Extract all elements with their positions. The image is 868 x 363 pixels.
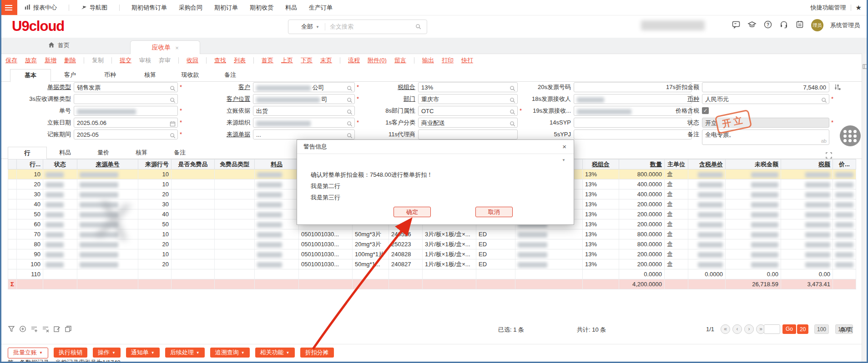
field-20[interactable]: 7,548.00 xyxy=(702,82,829,92)
cell[interactable] xyxy=(726,249,781,259)
cell[interactable]: 盒 xyxy=(665,209,688,219)
delete-row-icon[interactable] xyxy=(42,325,49,333)
cell[interactable] xyxy=(781,249,833,259)
col-header-4[interactable]: 来源行号 xyxy=(138,159,172,169)
cell[interactable] xyxy=(781,209,833,219)
form-tab-4[interactable]: 现收款 xyxy=(170,69,210,81)
cell[interactable] xyxy=(833,169,856,179)
toolbar-收回[interactable]: 收回 xyxy=(187,56,198,65)
cell[interactable] xyxy=(688,249,726,259)
col-header-18[interactable]: 未税金额 xyxy=(726,159,781,169)
cell[interactable] xyxy=(833,259,856,269)
cell[interactable] xyxy=(726,189,781,199)
cell[interactable] xyxy=(726,219,781,229)
form-tab-1[interactable]: 客户 xyxy=(50,69,90,81)
cell[interactable]: 0501001030... xyxy=(299,239,353,249)
insert-row-icon[interactable] xyxy=(30,325,38,333)
lookup-icon[interactable] xyxy=(821,96,827,104)
cell[interactable]: 50 xyxy=(138,219,172,229)
field-1[interactable] xyxy=(74,94,178,104)
page-size-20[interactable]: 20 xyxy=(797,324,808,334)
cell[interactable] xyxy=(255,179,299,189)
floating-drag-handle[interactable] xyxy=(840,125,861,146)
cell[interactable]: 110 xyxy=(17,269,43,279)
cell[interactable] xyxy=(255,219,299,229)
cell[interactable]: 800.0000 xyxy=(619,169,665,179)
cell[interactable] xyxy=(515,249,583,259)
notes-icon[interactable] xyxy=(795,20,804,30)
hamburger-menu-button[interactable] xyxy=(0,0,17,15)
cell[interactable]: 1片/板×1板/盒×... xyxy=(423,249,476,259)
cell[interactable] xyxy=(833,229,856,239)
cell[interactable] xyxy=(833,199,856,209)
cell[interactable] xyxy=(255,259,299,269)
cell[interactable] xyxy=(8,199,17,209)
cell[interactable] xyxy=(665,269,688,279)
field-0[interactable]: 销售发票 xyxy=(74,82,178,92)
cell[interactable] xyxy=(172,239,215,249)
cell[interactable] xyxy=(172,209,215,219)
cell[interactable]: 20 xyxy=(138,189,172,199)
cell[interactable] xyxy=(215,199,255,209)
action-操作[interactable]: 操作▼ xyxy=(93,348,121,358)
cell[interactable] xyxy=(833,249,856,259)
cell[interactable]: 200.0000 xyxy=(619,219,665,229)
cell[interactable]: 90 xyxy=(17,249,43,259)
action-相关功能[interactable]: 相关功能▼ xyxy=(255,348,295,358)
confirm-button[interactable]: 确定 xyxy=(394,207,431,217)
cell[interactable] xyxy=(172,189,215,199)
cell[interactable]: 200.0000 xyxy=(619,249,665,259)
cell[interactable]: 100 xyxy=(17,259,43,269)
cell[interactable]: 60 xyxy=(17,219,43,229)
cell[interactable] xyxy=(215,219,255,229)
cell[interactable]: 200.0000 xyxy=(619,259,665,269)
col-header-1[interactable]: 行... xyxy=(17,159,43,169)
cell[interactable]: 800.0000 xyxy=(619,239,665,249)
form-tab-3[interactable]: 核算 xyxy=(130,69,170,81)
cell[interactable]: 13% xyxy=(583,209,619,219)
global-search[interactable]: 全部 ▼ 全文搜索 xyxy=(288,20,427,34)
table-row[interactable]: 1100.00000.00000.000.00 xyxy=(8,269,856,279)
action-后续处理[interactable]: 后续处理▼ xyxy=(165,348,205,358)
cell[interactable]: 20 xyxy=(17,179,43,189)
message-icon[interactable] xyxy=(732,20,741,30)
cancel-button[interactable]: 取消 xyxy=(475,207,513,217)
support-headset-icon[interactable] xyxy=(779,20,788,30)
field-label[interactable]: 来源单据 xyxy=(173,129,250,139)
cell[interactable]: 13% xyxy=(583,199,619,209)
cell[interactable]: 0.00 xyxy=(726,269,781,279)
action-追溯查询[interactable]: 追溯查询▼ xyxy=(210,348,250,358)
topnav-item-0[interactable]: 报表中心 xyxy=(25,4,57,12)
col-header-7[interactable]: 料品 xyxy=(255,159,299,169)
cell[interactable]: 70 xyxy=(17,229,43,239)
cell[interactable] xyxy=(215,179,255,189)
cell[interactable]: 10 xyxy=(138,179,172,189)
cell[interactable] xyxy=(255,229,299,239)
toolbar-打印[interactable]: 打印 xyxy=(442,56,454,65)
topnav-item-3[interactable]: 采购合同 xyxy=(179,4,202,12)
field-label[interactable]: 部门 xyxy=(338,94,415,104)
cell[interactable] xyxy=(255,269,299,279)
help-icon[interactable]: ? xyxy=(763,20,772,30)
cell[interactable] xyxy=(781,229,833,239)
search-input[interactable]: 全文搜索 xyxy=(330,23,353,31)
grid-tab-1[interactable]: 料品 xyxy=(46,147,84,159)
cell[interactable] xyxy=(255,209,299,219)
cell[interactable]: 盒 xyxy=(665,239,688,249)
cell[interactable] xyxy=(833,269,856,279)
cell[interactable]: 240828 xyxy=(389,249,423,259)
cell[interactable]: 240526 xyxy=(389,229,423,239)
cell[interactable]: ED xyxy=(476,239,515,249)
cell[interactable] xyxy=(688,209,726,219)
cell[interactable]: ED xyxy=(476,259,515,269)
cell[interactable] xyxy=(172,269,215,279)
cell[interactable] xyxy=(215,229,255,239)
cell[interactable] xyxy=(726,169,781,179)
cell[interactable]: 250223 xyxy=(389,239,423,249)
cell[interactable]: 盒 xyxy=(665,229,688,239)
avatar[interactable]: 理员 xyxy=(811,19,823,31)
cell[interactable]: 200.0000 xyxy=(619,209,665,219)
cell[interactable]: 10 xyxy=(138,169,172,179)
search-icon[interactable] xyxy=(415,24,421,31)
cell[interactable] xyxy=(77,259,138,269)
